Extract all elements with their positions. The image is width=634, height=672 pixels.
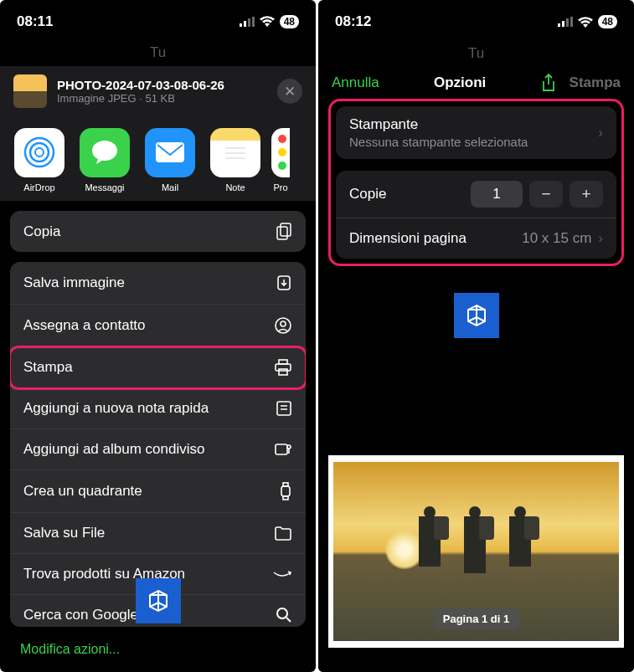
- svg-point-16: [281, 321, 286, 326]
- action-assegna-a-contatto[interactable]: Assegna a contatto: [10, 305, 306, 347]
- status-bar: 08:12 48: [318, 0, 634, 40]
- share-apps-row[interactable]: AirDrop Messaggi Mail Note Pro: [0, 116, 316, 200]
- action-aggiungi-ad-album-condiviso[interactable]: Aggiungi ad album condiviso: [10, 429, 306, 470]
- svg-rect-8: [156, 142, 184, 162]
- watchface-icon: [279, 482, 292, 500]
- status-icons: 48: [558, 15, 617, 28]
- svg-rect-31: [562, 21, 564, 27]
- svg-rect-26: [283, 483, 288, 486]
- wifi-icon: [578, 17, 593, 28]
- nav-right: Stampa: [541, 74, 621, 92]
- chevron-right-icon: ›: [598, 230, 603, 247]
- close-icon: ✕: [284, 83, 296, 100]
- share-sheet-screen: 08:11 48 Tu PHOTO-2024-07-03-08-06-26 Im…: [0, 0, 316, 672]
- increment-button[interactable]: +: [570, 181, 603, 208]
- print-icon: [274, 359, 292, 376]
- status-time: 08:12: [335, 13, 371, 30]
- action-salva-su-file[interactable]: Salva su File: [10, 513, 306, 554]
- print-options-screen: 08:12 48 Tu Annulla Opzioni Stampa: [318, 0, 634, 672]
- amazon-icon: [272, 569, 292, 579]
- copies-row: Copie 1 − +: [336, 171, 616, 218]
- nav-title: Opzioni: [434, 74, 486, 91]
- share-icon[interactable]: [541, 74, 556, 92]
- nav-bar: Annulla Opzioni Stampa: [318, 67, 634, 99]
- file-subtitle: Immagine JPEG · 51 KB: [57, 92, 267, 105]
- svg-rect-20: [277, 402, 291, 415]
- svg-rect-2: [248, 18, 250, 27]
- svg-rect-30: [558, 23, 560, 27]
- highlighted-form-outline: Stampante Nessuna stampante selezionata …: [328, 99, 624, 266]
- svg-rect-19: [279, 369, 287, 375]
- svg-rect-1: [244, 21, 246, 27]
- copy-group: Copia: [10, 211, 306, 252]
- action-salva-immagine[interactable]: Salva immagine: [10, 262, 306, 305]
- print-form: Stampante Nessuna stampante selezionata …: [328, 99, 624, 266]
- note-icon: [276, 400, 292, 417]
- mail-icon: [145, 128, 195, 177]
- svg-rect-25: [281, 486, 290, 496]
- battery-level: 48: [598, 15, 617, 28]
- svg-point-7: [92, 141, 117, 161]
- svg-rect-32: [566, 18, 569, 27]
- page-indicator: Pagina 1 di 1: [433, 608, 519, 629]
- printer-row[interactable]: Stampante Nessuna stampante selezionata …: [336, 106, 616, 159]
- svg-point-5: [30, 143, 49, 162]
- print-button[interactable]: Stampa: [570, 74, 621, 91]
- copy-icon: [276, 223, 292, 241]
- notes-icon: [210, 128, 260, 177]
- share-header: PHOTO-2024-07-03-08-06-26 Immagine JPEG …: [0, 66, 316, 116]
- app-logo-overlay: [136, 578, 181, 623]
- cellular-icon: [240, 17, 255, 27]
- background-title: Tu: [0, 39, 316, 66]
- download-icon: [276, 274, 292, 292]
- action-aggiungi-a-nuova-nota-rapida[interactable]: Aggiungi a nuova nota rapida: [10, 388, 306, 429]
- copies-value[interactable]: 1: [471, 181, 523, 208]
- file-thumbnail: [13, 74, 47, 108]
- share-app-airdrop[interactable]: AirDrop: [7, 128, 72, 192]
- svg-rect-33: [570, 17, 573, 27]
- share-app-messages[interactable]: Messaggi: [72, 128, 137, 192]
- status-time: 08:11: [17, 13, 53, 30]
- airdrop-icon: [14, 128, 64, 177]
- svg-rect-23: [276, 444, 287, 454]
- album-icon: [274, 442, 292, 457]
- svg-point-28: [277, 608, 287, 618]
- action-stampa[interactable]: Stampa: [10, 347, 306, 388]
- svg-point-4: [35, 148, 44, 156]
- dismiss-button[interactable]: ✕: [277, 79, 302, 104]
- preview-area: Pagina 1 di 1: [318, 266, 634, 672]
- share-app-mail[interactable]: Mail: [137, 128, 203, 192]
- chevron-right-icon: ›: [598, 125, 603, 141]
- printer-group: Stampante Nessuna stampante selezionata …: [336, 106, 616, 159]
- preview-image: Pagina 1 di 1: [333, 462, 619, 641]
- svg-rect-0: [240, 23, 242, 27]
- folder-icon: [274, 526, 292, 541]
- svg-rect-3: [252, 17, 255, 27]
- search-icon: [276, 607, 292, 623]
- action-crea-un-quadrante[interactable]: Crea un quadrante: [10, 470, 306, 513]
- messages-icon: [80, 128, 130, 177]
- page-size-row[interactable]: Dimensioni pagina 10 x 15 cm ›: [336, 218, 616, 259]
- cellular-icon: [558, 17, 573, 27]
- more-apps-icon: [271, 128, 290, 177]
- svg-rect-27: [283, 496, 288, 500]
- copies-stepper: 1 − +: [471, 181, 603, 208]
- print-preview[interactable]: Pagina 1 di 1: [328, 455, 624, 648]
- svg-rect-12: [277, 227, 287, 239]
- settings-group: Copie 1 − + Dimensioni pagina 10 x 15 cm…: [336, 171, 616, 259]
- actions-list: Salva immagineAssegna a contattoStampaAg…: [10, 262, 306, 628]
- contact-icon: [274, 316, 292, 335]
- share-app-notes[interactable]: Note: [203, 128, 268, 192]
- background-title: Tu: [318, 40, 634, 67]
- decrement-button[interactable]: −: [529, 181, 563, 208]
- modify-actions-link[interactable]: Modifica azioni...: [0, 627, 316, 672]
- cancel-button[interactable]: Annulla: [332, 74, 379, 91]
- svg-rect-13: [281, 223, 291, 236]
- wifi-icon: [260, 16, 275, 27]
- share-app-more[interactable]: Pro: [268, 128, 293, 192]
- battery-level: 48: [280, 15, 299, 28]
- status-icons: 48: [240, 15, 299, 28]
- copy-action[interactable]: Copia: [10, 211, 306, 252]
- svg-line-29: [286, 618, 291, 622]
- file-meta: PHOTO-2024-07-03-08-06-26 Immagine JPEG …: [57, 78, 267, 105]
